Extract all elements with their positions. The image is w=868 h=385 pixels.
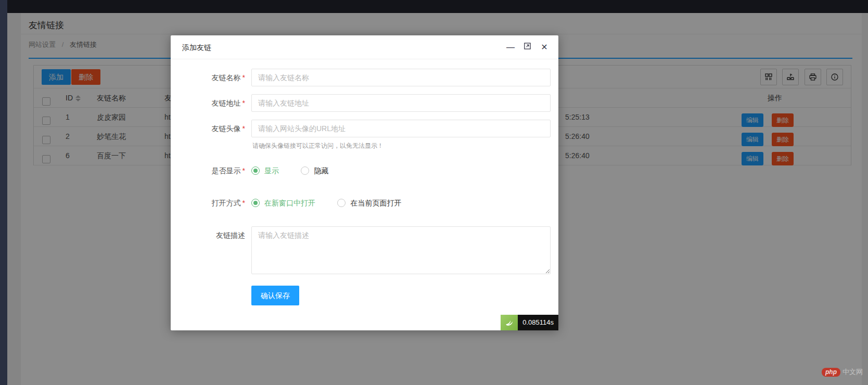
watermark-text: 中文网 [843, 368, 863, 376]
add-link-modal: 添加友链 — ✕ 友链名称* 友链地址* 友链头像* 请确保头像链接可以正常访问… [171, 35, 558, 330]
close-icon[interactable]: ✕ [539, 42, 550, 53]
required-mark: * [242, 124, 245, 133]
trace-badge: 0.085114s [501, 315, 558, 330]
field-label: 友链描述 [171, 226, 251, 244]
required-mark: * [242, 199, 245, 207]
modal-header: 添加友链 — ✕ [171, 35, 558, 59]
radio-current-page[interactable]: 在当前页面打开 [337, 198, 401, 208]
radio-dot-icon [251, 166, 260, 175]
save-button[interactable]: 确认保存 [251, 286, 299, 305]
field-label: 打开方式* [171, 194, 251, 212]
link-name-input[interactable] [251, 69, 551, 86]
target-radio-group: 在新窗口中打开 在当前页面打开 [251, 194, 551, 210]
maximize-icon[interactable] [522, 42, 533, 53]
radio-new-window[interactable]: 在新窗口中打开 [251, 198, 315, 208]
php-logo: php [822, 368, 840, 377]
radio-show[interactable]: 显示 [251, 165, 279, 176]
radio-dot-icon [301, 166, 309, 175]
site-watermark: php中文网 [822, 367, 863, 377]
required-mark: * [242, 99, 245, 107]
radio-hide[interactable]: 隐藏 [301, 165, 328, 176]
link-url-input[interactable] [251, 94, 551, 112]
modal-controls: — ✕ [502, 42, 550, 53]
field-label: 友链地址* [171, 94, 251, 112]
thinkphp-logo-icon[interactable] [501, 315, 518, 330]
field-label: 是否显示* [171, 162, 251, 179]
modal-form: 友链名称* 友链地址* 友链头像* 请确保头像链接可以正常访问，以免无法显示！ … [171, 59, 558, 305]
field-label: 友链名称* [171, 69, 251, 86]
field-label: 友链头像* [171, 120, 251, 137]
visible-radio-group: 显示 隐藏 [251, 162, 551, 177]
avatar-help-text: 请确保头像链接可以正常访问，以免无法显示！ [252, 142, 551, 150]
link-avatar-input[interactable] [251, 120, 551, 137]
radio-dot-icon [251, 199, 260, 207]
trace-time: 0.085114s [518, 315, 558, 330]
minimize-icon[interactable]: — [505, 42, 516, 53]
radio-dot-icon [337, 199, 346, 207]
modal-title: 添加友链 [182, 43, 211, 53]
link-desc-textarea[interactable] [251, 226, 551, 274]
required-mark: * [242, 166, 245, 175]
required-mark: * [242, 73, 245, 82]
